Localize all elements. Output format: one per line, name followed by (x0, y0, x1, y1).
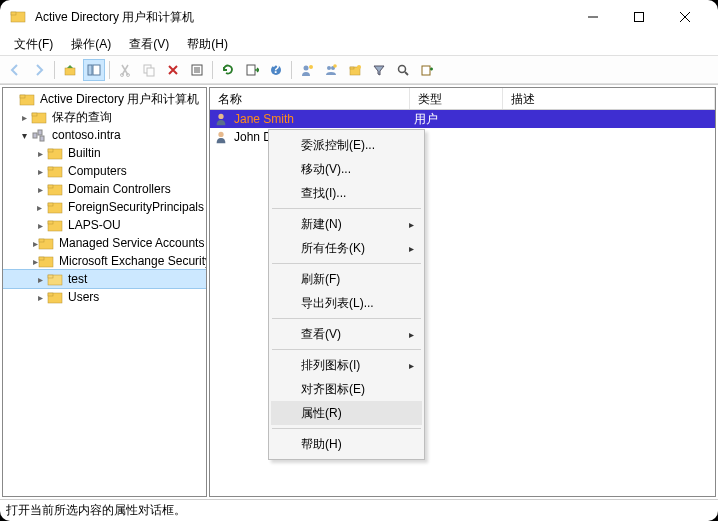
expander-icon[interactable]: ▸ (17, 112, 31, 123)
refresh-button[interactable] (217, 59, 239, 81)
folder-icon (47, 145, 63, 161)
show-hide-tree-button[interactable] (83, 59, 105, 81)
tree-item[interactable]: ▸Microsoft Exchange Security Groups (3, 252, 206, 270)
folder-icon (47, 163, 63, 179)
tree-item[interactable]: ▸Builtin (3, 144, 206, 162)
cut-button[interactable] (114, 59, 136, 81)
svg-point-10 (127, 73, 130, 76)
svg-rect-32 (20, 95, 25, 98)
filter-button[interactable] (368, 59, 390, 81)
new-user-button[interactable] (296, 59, 318, 81)
expander-icon[interactable]: ▸ (33, 274, 47, 285)
context-menu-item[interactable]: 所有任务(K)▸ (271, 236, 422, 260)
context-menu-item[interactable]: 移动(V)... (271, 157, 422, 181)
context-menu-item[interactable]: 导出列表(L)... (271, 291, 422, 315)
context-menu-item[interactable]: 新建(N)▸ (271, 212, 422, 236)
expander-open-icon[interactable]: ▾ (17, 130, 31, 141)
svg-rect-35 (33, 133, 37, 138)
folder-icon (38, 253, 54, 269)
svg-rect-30 (422, 66, 430, 75)
svg-rect-26 (350, 67, 354, 69)
col-desc[interactable]: 描述 (503, 88, 715, 109)
list-pane[interactable]: 名称 类型 描述 Jane Smith用户John D 委派控制(E)...移动… (209, 87, 716, 497)
expander-icon[interactable]: ▸ (33, 148, 47, 159)
tree-item[interactable]: ▸test (3, 270, 206, 288)
export-list-button[interactable] (241, 59, 263, 81)
ad-root-icon (19, 91, 35, 107)
help-button[interactable]: ? (265, 59, 287, 81)
context-menu-item[interactable]: 帮助(H) (271, 432, 422, 456)
context-menu-label: 刷新(F) (301, 271, 340, 288)
new-ou-button[interactable] (344, 59, 366, 81)
context-menu-label: 导出列表(L)... (301, 295, 374, 312)
tree-item[interactable]: ▸ForeignSecurityPrincipals (3, 198, 206, 216)
menu-view[interactable]: 查看(V) (121, 34, 177, 55)
close-button[interactable] (662, 2, 708, 32)
folder-icon (47, 199, 63, 215)
status-bar: 打开当前所选内容的属性对话框。 (0, 499, 718, 521)
col-name[interactable]: 名称 (210, 88, 410, 109)
tree-item[interactable]: ▸Managed Service Accounts (3, 234, 206, 252)
add-to-group-button[interactable] (416, 59, 438, 81)
list-header: 名称 类型 描述 (210, 88, 715, 110)
svg-point-21 (309, 65, 313, 69)
svg-point-27 (357, 65, 361, 69)
menubar: 文件(F) 操作(A) 查看(V) 帮助(H) (0, 34, 718, 56)
expander-icon[interactable]: ▸ (33, 220, 47, 231)
maximize-button[interactable] (616, 2, 662, 32)
tree-root[interactable]: Active Directory 用户和计算机 (3, 90, 206, 108)
svg-text:?: ? (272, 63, 279, 76)
tree-item[interactable]: ▸Users (3, 288, 206, 306)
context-menu-item[interactable]: 属性(R) (271, 401, 422, 425)
context-menu-separator (272, 349, 421, 350)
context-menu-separator (272, 318, 421, 319)
new-group-button[interactable] (320, 59, 342, 81)
user-icon (214, 130, 228, 144)
svg-rect-45 (48, 203, 53, 206)
back-button[interactable] (4, 59, 26, 81)
tree-pane[interactable]: Active Directory 用户和计算机 ▸ 保存的查询 ▾ contos… (2, 87, 207, 497)
expander-icon[interactable]: ▸ (33, 166, 47, 177)
tree-domain[interactable]: ▾ contoso.intra (3, 126, 206, 144)
svg-rect-36 (38, 130, 42, 135)
copy-button[interactable] (138, 59, 160, 81)
context-menu-item[interactable]: 查找(I)... (271, 181, 422, 205)
list-row[interactable]: Jane Smith用户 (210, 110, 715, 128)
window-title: Active Directory 用户和计算机 (35, 9, 194, 26)
context-menu-label: 委派控制(E)... (301, 137, 375, 154)
properties-button[interactable] (186, 59, 208, 81)
col-type[interactable]: 类型 (410, 88, 503, 109)
svg-rect-49 (39, 239, 44, 242)
find-button[interactable] (392, 59, 414, 81)
tree-saved-queries[interactable]: ▸ 保存的查询 (3, 108, 206, 126)
cell-desc (503, 118, 715, 120)
submenu-arrow-icon: ▸ (409, 219, 414, 230)
cell-desc (503, 136, 715, 138)
expander-icon[interactable]: ▸ (33, 202, 47, 213)
menu-action[interactable]: 操作(A) (63, 34, 119, 55)
tree-item-label: ForeignSecurityPrincipals (66, 200, 206, 214)
context-menu-separator (272, 208, 421, 209)
menu-help[interactable]: 帮助(H) (179, 34, 236, 55)
context-menu-item[interactable]: 委派控制(E)... (271, 133, 422, 157)
app-icon (10, 9, 26, 25)
expander-icon[interactable]: ▸ (33, 292, 47, 303)
up-button[interactable] (59, 59, 81, 81)
svg-point-28 (399, 65, 406, 72)
delete-button[interactable] (162, 59, 184, 81)
forward-button[interactable] (28, 59, 50, 81)
context-menu-item[interactable]: 对齐图标(E) (271, 377, 422, 401)
tree-item[interactable]: ▸LAPS-OU (3, 216, 206, 234)
folder-icon (47, 289, 63, 305)
cell-name: Jane Smith (210, 111, 410, 127)
svg-rect-1 (11, 12, 16, 15)
context-menu-label: 查找(I)... (301, 185, 346, 202)
context-menu-item[interactable]: 排列图标(I)▸ (271, 353, 422, 377)
context-menu-item[interactable]: 查看(V)▸ (271, 322, 422, 346)
expander-icon[interactable]: ▸ (33, 184, 47, 195)
menu-file[interactable]: 文件(F) (6, 34, 61, 55)
minimize-button[interactable] (570, 2, 616, 32)
context-menu-item[interactable]: 刷新(F) (271, 267, 422, 291)
tree-item[interactable]: ▸Domain Controllers (3, 180, 206, 198)
tree-item[interactable]: ▸Computers (3, 162, 206, 180)
